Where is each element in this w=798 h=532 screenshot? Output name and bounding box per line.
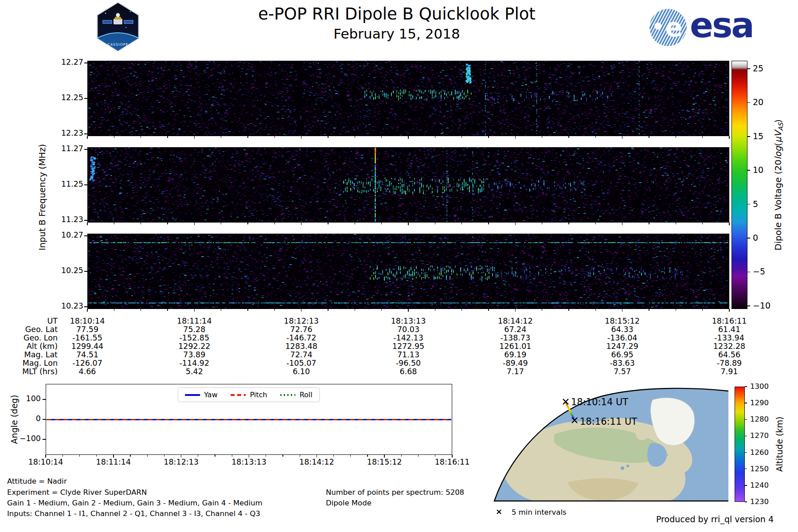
ephemeris-cell: -146.72 — [286, 333, 317, 342]
time-major-tick-mark — [194, 309, 195, 312]
time-major-tick-mark — [515, 223, 516, 225]
ephemeris-cell: 7.17 — [507, 367, 524, 376]
ephemeris-cell: 18:12:13 — [284, 317, 319, 325]
ephemeris-cell: 18:13:13 — [391, 317, 426, 325]
ephemeris-cell: 1232.28 — [713, 342, 745, 351]
voltage-colorbar-tick-label: 10 — [753, 165, 763, 175]
ephemeris-row-label: Alt (km) — [0, 342, 58, 351]
voltage-colorbar-label: Dipole B Voltage (20log(μVAS) — [773, 119, 784, 250]
freq-tick-label: 12.27 — [4, 58, 83, 66]
time-major-tick-mark — [301, 309, 302, 312]
angle-x-minor-tick-mark — [418, 455, 419, 457]
time-minor-tick-mark — [568, 309, 569, 311]
map-great-lake-2 — [626, 465, 629, 467]
altitude-colorbar-tick-mark — [745, 485, 747, 485]
time-minor-tick-mark — [435, 136, 435, 138]
angle-y-tick-label: 100 — [0, 394, 41, 403]
ephemeris-cell: 1299.44 — [71, 342, 103, 351]
ephemeris-cell: 18:10:14 — [70, 317, 105, 325]
legend-label: Pitch — [250, 391, 267, 399]
voltage-colorbar-tick-label: 25 — [753, 63, 763, 73]
produced-by-note: Produced by rri_ql version 4 — [596, 514, 774, 524]
freq-tick-mark — [84, 149, 87, 150]
time-minor-tick-mark — [649, 136, 649, 138]
time-major-tick-mark — [515, 309, 516, 312]
time-minor-tick-mark — [488, 136, 489, 138]
time-minor-tick-mark — [462, 223, 462, 224]
ephemeris-cell: -105.07 — [286, 359, 317, 368]
time-minor-tick-mark — [274, 309, 275, 311]
angle-x-tick-label: 18:11:14 — [96, 458, 131, 466]
time-minor-tick-mark — [542, 223, 542, 224]
voltage-colorbar-tick-mark — [747, 136, 750, 137]
altitude-colorbar — [735, 387, 745, 502]
time-minor-tick-mark — [381, 309, 382, 311]
time-minor-tick-mark — [595, 223, 596, 224]
time-major-tick-mark — [87, 136, 88, 139]
legend-swatch-dotted — [281, 394, 296, 396]
time-minor-tick-mark — [114, 309, 114, 311]
altitude-colorbar-tick-label: 1300 — [750, 382, 769, 391]
legend-swatch-dashed — [231, 394, 246, 396]
map-end-time-label: 18:16:11 UT — [580, 416, 637, 427]
ephemeris-cell: 1292.22 — [178, 342, 210, 351]
ephemeris-cell: 73.89 — [183, 350, 205, 359]
ephemeris-cell: 67.24 — [504, 325, 526, 334]
time-minor-tick-mark — [542, 136, 542, 138]
spectrogram-panel-3 — [87, 234, 729, 309]
time-minor-tick-mark — [247, 309, 248, 311]
esa-wordmark: esa — [690, 8, 753, 43]
interval-marker-icon: × — [496, 507, 502, 516]
angle-x-minor-tick-mark — [232, 455, 232, 457]
angle-x-minor-tick-mark — [147, 455, 148, 457]
altitude-colorbar-tick-mark — [745, 452, 747, 453]
time-minor-tick-mark — [435, 309, 435, 311]
time-minor-tick-mark — [381, 223, 382, 224]
angle-y-tick-mark — [43, 419, 46, 420]
ephemeris-cell: 5.42 — [186, 367, 203, 376]
voltage-colorbar-label-open: ( — [773, 143, 783, 146]
ephemeris-cell: -78.89 — [717, 359, 742, 368]
ephemeris-cell: 64.33 — [611, 325, 634, 334]
spectrogram-panel-1-canvas — [88, 61, 728, 135]
time-minor-tick-mark — [568, 136, 569, 138]
info-attitude: Attitude = Nadir — [7, 477, 67, 485]
ephemeris-cell: -114.92 — [180, 359, 210, 368]
ground-track-map: 18:10:14 UT 18:16:11 UT — [488, 385, 729, 502]
ephemeris-cell: 1272.95 — [392, 342, 424, 351]
svg-text:e: e — [665, 12, 682, 43]
voltage-colorbar-tick-mark — [747, 102, 750, 103]
angle-x-minor-tick-mark — [164, 455, 164, 457]
freq-tick-label: 12.23 — [4, 129, 83, 137]
time-minor-tick-mark — [462, 136, 462, 138]
time-major-tick-mark — [194, 136, 195, 139]
freq-tick-mark — [84, 133, 87, 134]
ephemeris-cell: -89.49 — [503, 359, 528, 368]
freq-tick-mark — [84, 220, 87, 221]
time-minor-tick-mark — [355, 309, 355, 311]
time-minor-tick-mark — [167, 309, 168, 311]
time-minor-tick-mark — [381, 136, 382, 138]
time-major-tick-mark — [408, 136, 409, 139]
time-minor-tick-mark — [488, 309, 489, 311]
interval-note: 5 min intervals — [512, 508, 567, 516]
time-minor-tick-mark — [649, 309, 649, 311]
time-major-tick-mark — [729, 223, 730, 225]
voltage-colorbar-label-muv: μV — [773, 131, 783, 142]
time-minor-tick-mark — [649, 223, 649, 224]
esa-globe-icon: e — [648, 7, 688, 49]
freq-tick-mark — [84, 184, 87, 185]
voltage-colorbar-tick-mark — [747, 238, 750, 239]
legend-label: Roll — [300, 391, 313, 399]
ephemeris-cell: -133.94 — [714, 333, 744, 342]
freq-tick-label: 12.25 — [4, 93, 83, 102]
ephemeris-cell: 77.59 — [76, 325, 98, 334]
freq-tick-mark — [84, 235, 87, 236]
voltage-colorbar-tick-label: −5 — [753, 266, 765, 276]
ephemeris-cell: -138.73 — [501, 333, 531, 342]
freq-tick-mark — [84, 98, 87, 99]
time-minor-tick-mark — [274, 136, 275, 138]
freq-tick-label: 11.27 — [4, 144, 83, 153]
time-minor-tick-mark — [595, 136, 596, 138]
altitude-colorbar-tick-label: 1280 — [750, 415, 769, 423]
